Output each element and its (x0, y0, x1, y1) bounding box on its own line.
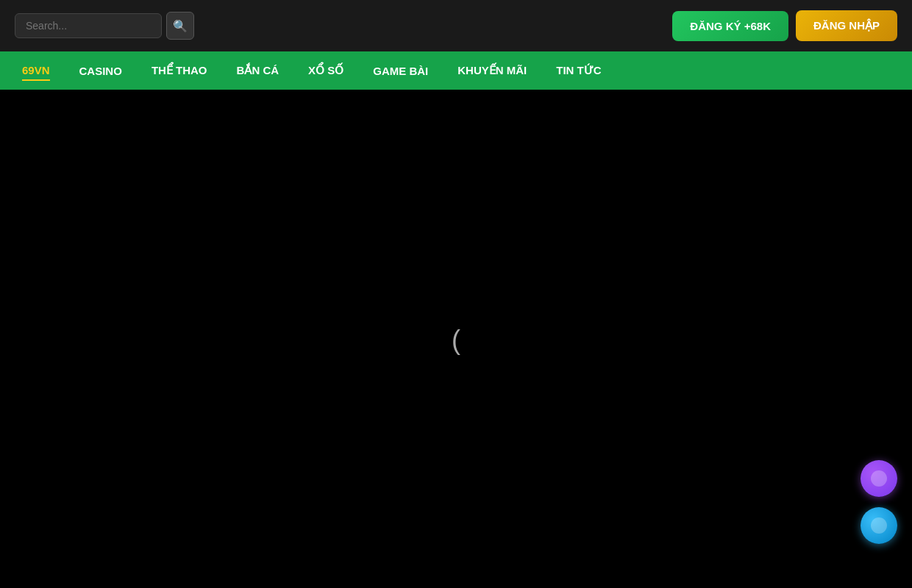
nav-item-xo-so[interactable]: XỔ SỐ (308, 61, 343, 80)
chat-icon (871, 470, 887, 487)
login-button[interactable]: ĐĂNG NHẬP (796, 10, 897, 41)
nav-item-casino[interactable]: CASINO (79, 62, 122, 80)
nav-item-ban-ca[interactable]: BẮN CÁ (237, 61, 279, 80)
support-button[interactable] (861, 507, 897, 544)
navbar: 69VN CASINO THỂ THAO BẮN CÁ XỔ SỐ GAME B… (0, 51, 912, 90)
nav-item-the-thao[interactable]: THỂ THAO (152, 61, 207, 80)
loading-spinner: ( (452, 323, 460, 356)
nav-item-tin-tuc[interactable]: TIN TỨC (556, 61, 601, 80)
header-left: 🔍 (15, 12, 194, 40)
support-icon (871, 517, 887, 534)
main-content: ( (0, 90, 912, 588)
nav-item-game-bai[interactable]: GAME BÀI (373, 62, 428, 80)
search-container: 🔍 (15, 12, 194, 40)
nav-item-khuyen-mai[interactable]: KHUYẾN MÃI (457, 61, 527, 80)
header-right: ĐĂNG KÝ +68K ĐĂNG NHẬP (672, 10, 897, 41)
nav-item-69vn[interactable]: 69VN (22, 61, 50, 81)
register-button[interactable]: ĐĂNG KÝ +68K (672, 11, 788, 41)
header: 🔍 ĐĂNG KÝ +68K ĐĂNG NHẬP (0, 0, 912, 51)
search-button[interactable]: 🔍 (166, 12, 194, 40)
spinner-char: ( (452, 325, 460, 356)
chat-button[interactable] (861, 460, 897, 497)
search-icon: 🔍 (173, 19, 188, 33)
search-input[interactable] (15, 13, 162, 38)
floating-buttons (861, 460, 897, 544)
